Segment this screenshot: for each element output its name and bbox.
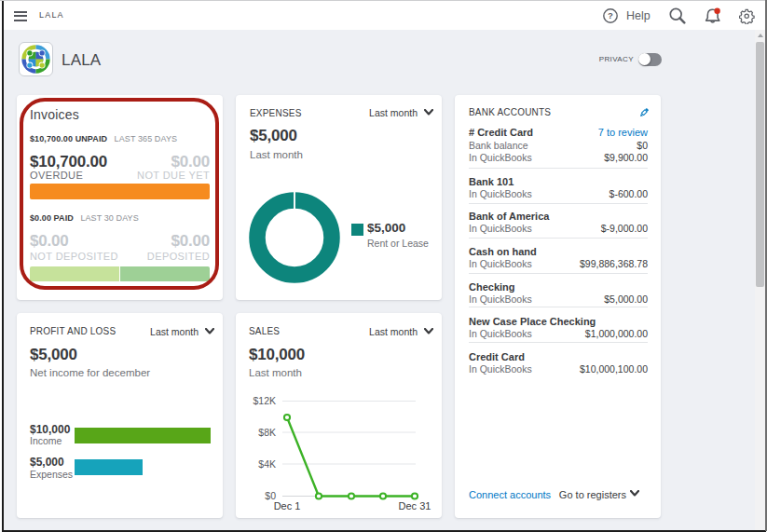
svg-text:$12K: $12K	[253, 395, 276, 406]
svg-text:Dec 1: Dec 1	[274, 500, 301, 512]
svg-text:$4K: $4K	[258, 458, 276, 470]
svg-text:Dec 31: Dec 31	[399, 500, 431, 512]
svg-text:?: ?	[608, 10, 613, 20]
svg-text:$8K: $8K	[258, 427, 276, 438]
